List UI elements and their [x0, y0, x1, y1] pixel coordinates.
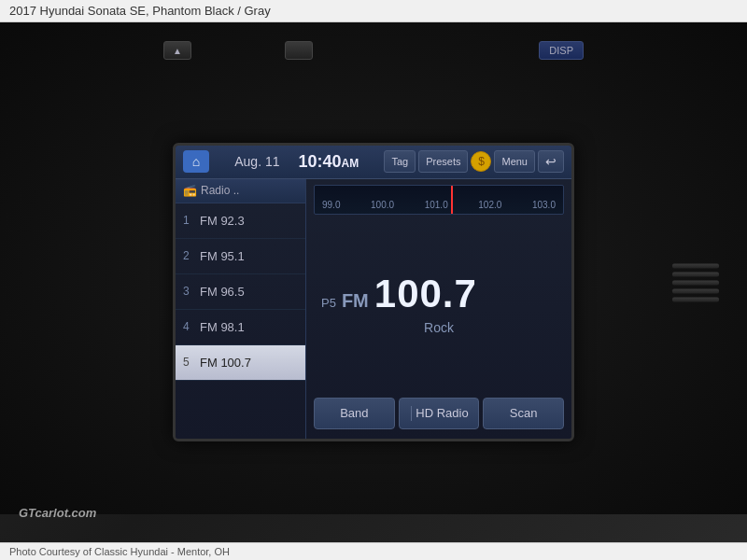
watermark: GTcarlot.com: [19, 506, 96, 520]
down-arrow-btn[interactable]: ▼: [285, 41, 313, 60]
up-arrow-btn[interactable]: ▲: [163, 41, 191, 60]
hd-radio-button[interactable]: HD Radio: [399, 398, 480, 429]
photo-frame: 2017 Hyundai Sonata SE, Phantom Black / …: [0, 0, 747, 560]
presets-button[interactable]: Presets: [418, 150, 468, 173]
photo-bottom: Photo Courtesy of Classic Hyundai - Ment…: [0, 542, 747, 560]
frequency-bar: 99.0 100.0 101.0 102.0 103.0: [314, 185, 564, 215]
top-bar: 2017 Hyundai Sonata SE, Phantom Black / …: [0, 0, 747, 22]
photo-credit: Photo Courtesy of Classic Hyundai - Ment…: [9, 546, 230, 557]
main-display: 99.0 100.0 101.0 102.0 103.0 P5 FM 100.7: [306, 179, 571, 439]
preset-item-1[interactable]: 1 FM 92.3: [176, 203, 305, 239]
band-label: FM: [342, 290, 369, 312]
screen-header: ⌂ Aug. 11 10:40AM Tag Presets $ Menu ↩: [176, 146, 571, 179]
preset-item-4[interactable]: 4 FM 98.1: [176, 310, 305, 345]
home-button[interactable]: ⌂: [183, 150, 209, 173]
home-icon: ⌂: [192, 154, 200, 169]
menu-button[interactable]: Menu: [494, 150, 535, 173]
radio-label: 📻 Radio ..: [176, 179, 305, 203]
date-time-display: Aug. 11 10:40AM: [234, 152, 359, 172]
scan-button[interactable]: Scan: [483, 398, 564, 429]
preset-indicator: P5: [321, 296, 336, 310]
tag-button[interactable]: Tag: [384, 150, 416, 173]
dash-controls: ▲ ▼ DISP: [163, 41, 584, 60]
action-buttons: Band HD Radio Scan: [314, 394, 564, 433]
freq-labels: 99.0 100.0 101.0 102.0 103.0: [315, 198, 563, 212]
presets-panel: 📻 Radio .. 1 FM 92.3 2 FM 95.1 3 FM 96.5: [176, 179, 306, 439]
hd-divider: [411, 406, 412, 421]
car-color: Phantom Black / Gray: [152, 4, 270, 18]
car-title: 2017 Hyundai Sonata SE,: [9, 4, 149, 18]
preset-item-2[interactable]: 2 FM 95.1: [176, 239, 305, 274]
date-display: Aug. 11: [234, 154, 279, 169]
coin-button[interactable]: $: [471, 151, 491, 172]
genre-label: Rock: [321, 320, 557, 335]
screen-body: 📻 Radio .. 1 FM 92.3 2 FM 95.1 3 FM 96.5: [176, 179, 571, 439]
dashboard-area: ▲ ▼ DISP ⌂ Au: [0, 22, 747, 542]
disp-button[interactable]: DISP: [539, 41, 584, 60]
band-button[interactable]: Band: [314, 398, 395, 429]
station-display: P5 FM 100.7 Rock: [314, 220, 564, 394]
right-vent: [672, 263, 719, 301]
preset-item-3[interactable]: 3 FM 96.5: [176, 274, 305, 310]
infotainment-screen: ⌂ Aug. 11 10:40AM Tag Presets $ Menu ↩: [173, 143, 574, 441]
toolbar: Tag Presets $ Menu ↩: [384, 150, 564, 173]
preset-item-5[interactable]: 5 FM 100.7: [176, 345, 305, 381]
back-button[interactable]: ↩: [538, 150, 564, 173]
time-display: 10:40AM: [298, 152, 359, 172]
frequency-display: 100.7: [374, 272, 477, 316]
radio-icon: 📻: [183, 184, 197, 197]
station-info: P5 FM 100.7: [321, 272, 557, 316]
